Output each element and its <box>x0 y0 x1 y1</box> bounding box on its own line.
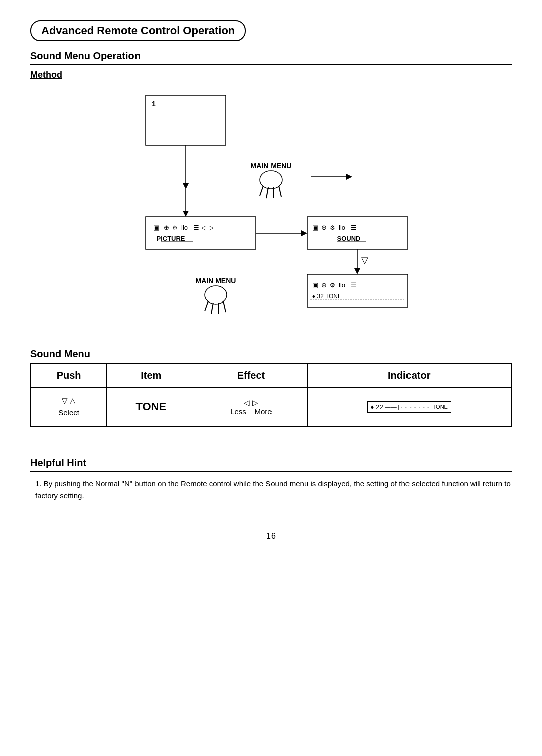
helpful-hint-section: Helpful Hint 1. By pushing the Normal "N… <box>30 457 512 502</box>
sub-heading-method: Method <box>30 70 512 80</box>
effect-cell: ◁ ▷ Less More <box>195 388 307 427</box>
svg-rect-37 <box>307 274 408 307</box>
svg-text:♦ 32 TONE: ♦ 32 TONE <box>312 293 342 300</box>
sound-menu-table: Push Item Effect Indicator ▽ △ Select TO… <box>30 363 512 427</box>
table-header-indicator: Indicator <box>307 363 511 388</box>
svg-text:MAIN MENU: MAIN MENU <box>251 162 292 170</box>
section-heading-sound-menu-operation: Sound Menu Operation <box>30 50 512 65</box>
svg-marker-3 <box>183 183 189 189</box>
indicator-bar-container: ♦ 22 —— | - - - - - - - TONE <box>367 401 451 413</box>
item-cell: TONE <box>107 388 195 427</box>
svg-line-47 <box>205 301 208 311</box>
svg-text:1: 1 <box>152 100 156 108</box>
hint-number: 1. <box>35 479 42 488</box>
svg-text:PICTURE: PICTURE <box>156 235 185 242</box>
svg-line-48 <box>211 303 213 314</box>
svg-line-50 <box>223 301 226 312</box>
svg-text:▷: ▷ <box>209 224 214 231</box>
bar-marker: | <box>398 404 400 410</box>
svg-rect-14 <box>146 217 256 249</box>
svg-text:⚙: ⚙ <box>330 282 335 289</box>
svg-text:llo: llo <box>339 281 345 289</box>
svg-text:◁: ◁ <box>201 224 206 231</box>
svg-text:⚙: ⚙ <box>330 224 335 231</box>
table-header-push: Push <box>31 363 107 388</box>
svg-text:⊕: ⊕ <box>321 281 327 289</box>
svg-text:▣: ▣ <box>312 281 318 289</box>
svg-text:SOUND: SOUND <box>337 235 361 242</box>
svg-marker-11 <box>183 211 189 217</box>
page-number: 16 <box>30 532 512 541</box>
page-title: Advanced Remote Control Operation <box>30 20 246 41</box>
svg-text:MAIN MENU: MAIN MENU <box>196 277 236 285</box>
svg-text:⊕: ⊕ <box>321 224 327 231</box>
section-heading-helpful-hint: Helpful Hint <box>30 457 512 472</box>
svg-text:▽: ▽ <box>361 255 368 265</box>
svg-text:☰: ☰ <box>193 224 199 231</box>
indicator-number: 22 <box>376 403 383 411</box>
svg-marker-35 <box>354 268 360 274</box>
svg-text:▣: ▣ <box>312 224 318 231</box>
svg-text:☰: ☰ <box>351 281 357 289</box>
hint-body: By pushing the Normal "N" button on the … <box>35 479 511 500</box>
indicator-bar: —— | - - - - - - - <box>385 404 430 410</box>
bar-filled: —— <box>385 404 397 410</box>
svg-text:☰: ☰ <box>351 224 357 231</box>
sound-menu-heading: Sound Menu <box>30 348 512 360</box>
svg-text:⚙: ⚙ <box>172 224 178 231</box>
effect-less-label: Less <box>230 407 246 416</box>
svg-rect-0 <box>146 95 226 145</box>
table-header-effect: Effect <box>195 363 307 388</box>
indicator-label: TONE <box>433 404 448 410</box>
hint-text: 1. By pushing the Normal "N" button on t… <box>30 478 512 502</box>
push-symbols: ▽ △ <box>62 396 76 405</box>
svg-line-7 <box>266 187 268 198</box>
svg-line-9 <box>279 186 281 197</box>
diagram-area: 1 MAIN MENU ▣ ⊕ ⚙ llo ☰ <box>30 90 512 333</box>
push-label: Select <box>58 408 79 417</box>
indicator-cell: ♦ 22 —— | - - - - - - - TONE <box>307 388 511 427</box>
table-header-item: Item <box>107 363 195 388</box>
svg-text:llo: llo <box>181 224 188 231</box>
svg-text:⊕: ⊕ <box>164 224 169 231</box>
svg-marker-13 <box>346 174 352 180</box>
effect-more-label: More <box>255 407 272 416</box>
svg-text:▣: ▣ <box>153 224 159 231</box>
svg-line-6 <box>260 186 263 196</box>
bar-dashed: - - - - - - - <box>401 404 430 410</box>
table-row: ▽ △ Select TONE ◁ ▷ Less More ♦ 22 —— <box>31 388 511 427</box>
diagram-svg: 1 MAIN MENU ▣ ⊕ ⚙ llo ☰ <box>115 90 427 331</box>
effect-left-arrow: ◁ <box>244 398 250 407</box>
svg-rect-26 <box>307 217 408 249</box>
push-cell: ▽ △ Select <box>31 388 107 427</box>
svg-text:llo: llo <box>339 224 345 231</box>
svg-marker-25 <box>301 230 307 236</box>
effect-right-arrow: ▷ <box>252 398 258 407</box>
indicator-icon: ♦ <box>371 403 374 411</box>
